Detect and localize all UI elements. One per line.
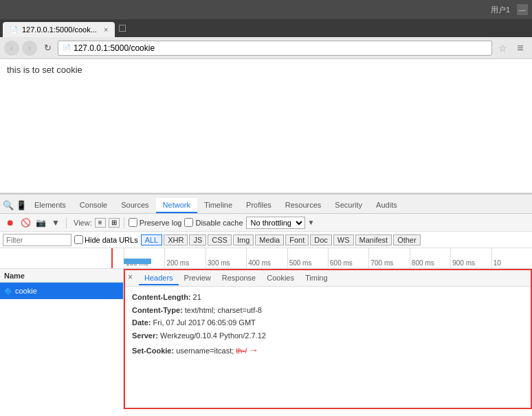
filter-btn-font[interactable]: Font [285,234,309,245]
window-controls: — [517,4,528,15]
filter-btn-doc[interactable]: Doc [310,234,332,245]
devtools-tab-network[interactable]: Network [156,198,197,213]
reload-button[interactable]: ↻ [40,41,55,56]
header-tab-timing[interactable]: Timing [300,272,333,285]
timeline-marker: 10 [491,248,532,268]
headers-tab-bar: HeadersPreviewResponseCookiesTiming [125,270,531,287]
device-icon[interactable]: 📱 [16,200,27,210]
filter-btn-img[interactable]: Img [233,234,254,245]
devtools-tab-audits[interactable]: Audits [369,198,404,213]
tab-close-button[interactable]: × [104,25,108,34]
hide-data-urls-checkbox[interactable] [74,235,83,244]
devtools-tab-resources[interactable]: Resources [278,198,329,213]
timeline-marker: 600 ms [328,248,368,268]
headers-content: Content-Length: 21Content-Type: text/htm… [125,287,531,363]
header-tab-preview[interactable]: Preview [179,272,217,285]
row-icon: 🔷 [4,287,12,295]
filter-button[interactable]: ▼ [49,217,62,229]
timeline-markers: 100 ms200 ms300 ms400 ms500 ms600 ms700 … [124,248,532,268]
preserve-log-label[interactable]: Preserve log [129,218,182,227]
filter-input[interactable] [3,234,71,246]
filter-btn-all[interactable]: ALL [141,234,163,245]
browser-tab[interactable]: 📄 127.0.0.1:5000/cook... × [3,22,115,37]
devtools-tab-elements[interactable]: Elements [27,198,73,213]
filter-type-buttons: ALLXHRJSCSSImgMediaFontDocWSManifestOthe… [141,234,421,245]
camera-button[interactable]: 📷 [34,217,47,229]
filter-btn-ws[interactable]: WS [333,234,354,245]
filter-btn-media[interactable]: Media [255,234,284,245]
tab-bar: 📄 127.0.0.1:5000/cook... × □ [0,19,532,37]
red-arrow-icon: → [249,342,258,359]
header-line: Date: Fri, 07 Jul 2017 06:05:09 GMT [132,316,524,329]
header-line: Content-Length: 21 [132,291,524,304]
timeline-bar: 100 ms200 ms300 ms400 ms500 ms600 ms700 … [0,248,532,269]
filter-btn-manifest[interactable]: Manifest [355,234,392,245]
timeline-marker: 400 ms [246,248,287,268]
record-button[interactable]: ⏺ [4,217,16,229]
header-tab-response[interactable]: Response [217,272,262,285]
header-line: Server: Werkzeug/0.10.4 Python/2.7.12 [132,329,524,342]
table-row[interactable]: 🔷 cookie [0,283,123,299]
url-text: 127.0.0.1:5000/cookie [74,43,155,53]
tab-title: 127.0.0.1:5000/cook... [22,25,97,34]
timeline-marker: 200 ms [164,248,205,268]
new-tab-button[interactable]: □ [115,22,130,34]
preserve-log-checkbox[interactable] [129,218,137,227]
timeline-marker: 900 ms [450,248,491,268]
bookmark-button[interactable]: ☆ [495,41,510,56]
throttle-arrow[interactable]: ▼ [308,219,315,226]
view-grid-button[interactable]: ⊞ [109,218,120,228]
clear-button[interactable]: 🚫 [19,217,32,229]
user-label: 用户1 [491,5,510,15]
header-tab-cookies[interactable]: Cookies [261,272,300,285]
devtools-body: Name 🔷 cookie × HeadersPreviewResponseCo… [0,269,532,409]
menu-button[interactable]: ≡ [513,41,528,56]
filter-btn-js[interactable]: JS [189,234,206,245]
devtools-panel: 🔍 📱 ElementsConsoleSourcesNetworkTimelin… [0,193,532,409]
url-favicon: 📄 [63,44,71,52]
devtools-toolbar: ⏺ 🚫 📷 ▼ View: ≡ ⊞ Preserve log Disable c… [0,214,532,232]
minimize-button[interactable]: — [517,4,528,15]
devtools-tab-bar: 🔍 📱 ElementsConsoleSourcesNetworkTimelin… [0,195,532,214]
devtools-icon-group: 🔍 📱 [3,200,27,210]
devtools-tab-timeline[interactable]: Timeline [197,198,239,213]
headers-tabs: HeadersPreviewResponseCookiesTiming [139,272,333,285]
hide-data-urls-label[interactable]: Hide data URLs [74,235,138,244]
devtools-tab-profiles[interactable]: Profiles [239,198,278,213]
header-key: Set-Cookie: [132,347,174,355]
filter-btn-other[interactable]: Other [393,234,421,245]
inspect-icon[interactable]: 🔍 [3,200,14,210]
view-label: View: [74,219,92,227]
timeline-marker: 700 ms [368,248,409,268]
disable-cache-checkbox[interactable] [184,218,193,227]
page-text: this is to set cookie [7,65,82,75]
header-tab-headers[interactable]: Headers [139,272,179,285]
back-button[interactable]: ‹ [4,41,19,56]
strike-text: th-/ [236,347,247,355]
timeline-marker: 800 ms [410,248,450,268]
forward-button[interactable]: › [22,41,37,56]
header-key: Content-Length: [132,293,191,301]
name-column: Name 🔷 cookie [0,269,124,409]
view-list-button[interactable]: ≡ [95,218,106,228]
row-name: cookie [15,287,37,295]
header-key: Content-Type: [132,306,183,314]
throttle-select[interactable]: No throttling [246,217,305,229]
url-bar[interactable]: 📄 127.0.0.1:5000/cookie [58,41,492,56]
title-bar: 用户1 — [0,0,532,19]
timeline-blue-bar [124,259,151,264]
headers-close-button[interactable]: × [128,272,133,282]
devtools-tab-sources[interactable]: Sources [114,198,155,213]
timeline-red-bar [111,248,113,268]
toolbar-separator-2 [124,217,124,228]
devtools-tab-console[interactable]: Console [73,198,114,213]
tab-favicon: 📄 [10,26,18,34]
devtools-tabs: ElementsConsoleSourcesNetworkTimelinePro… [27,198,404,213]
devtools-tab-security[interactable]: Security [328,198,369,213]
header-key: Server: [132,331,158,340]
timeline-marker: 300 ms [206,248,246,268]
filter-btn-xhr[interactable]: XHR [164,234,188,245]
disable-cache-label[interactable]: Disable cache [184,218,243,227]
disable-cache-text: Disable cache [195,219,243,227]
filter-btn-css[interactable]: CSS [208,234,232,245]
